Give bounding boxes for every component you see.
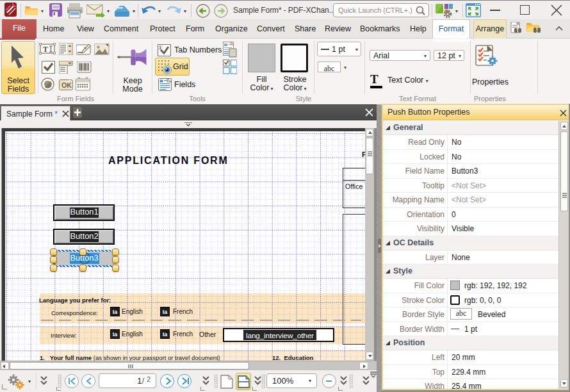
svg-text:OK: OK [61,81,72,89]
svg-text:T: T [43,45,48,54]
